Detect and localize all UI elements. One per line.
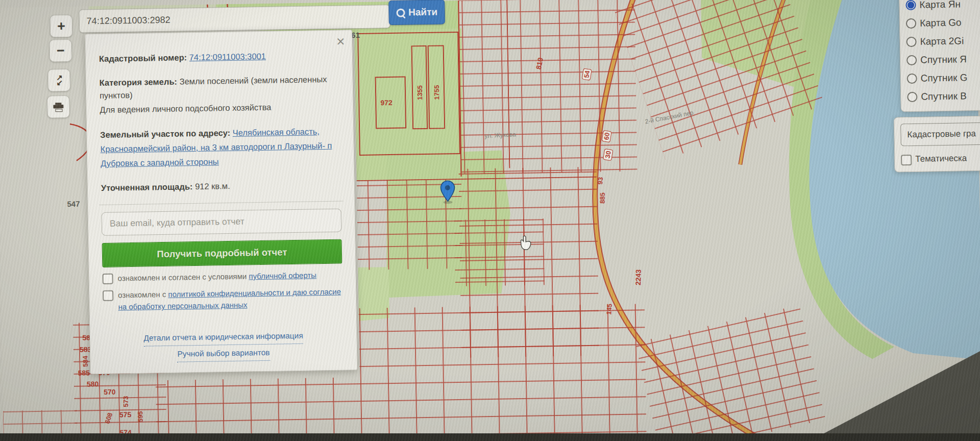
map-parcel-label: 547 xyxy=(67,200,80,208)
cadastral-number-link[interactable]: 74:12:0911003:3001 xyxy=(189,52,266,62)
privacy-agreement-row: ознакомлен с политикой конфиденциальност… xyxy=(103,286,343,313)
layer-option-5[interactable]: Спутник G xyxy=(906,68,980,88)
layer-option-4[interactable]: Спутник Я xyxy=(906,50,980,70)
area-label: Уточненная площадь: xyxy=(101,182,193,192)
map-parcel-label: 972 xyxy=(380,99,393,107)
area-value: 912 кв.м. xyxy=(195,181,230,191)
print-button[interactable] xyxy=(47,95,70,118)
search-button[interactable]: Найти xyxy=(388,0,445,25)
land-category-label: Категория земель: xyxy=(100,77,178,87)
radio-icon[interactable] xyxy=(907,74,917,84)
map-parcel-label: 60 xyxy=(601,130,611,142)
radio-icon[interactable] xyxy=(906,55,917,65)
map-parcel-label: 2243 xyxy=(634,270,643,285)
manual-select-link[interactable]: Ручной выбор вариантов xyxy=(177,344,270,362)
map-parcel-label: 580 xyxy=(87,380,99,388)
mouse-cursor xyxy=(519,235,532,251)
map-parcel-label: 30 xyxy=(603,148,613,161)
thematic-map-checkbox-row[interactable]: Тематическа xyxy=(901,152,980,166)
monitor-bezel xyxy=(0,433,980,441)
popup-footer-links: Детали отчета и юридическая информация Р… xyxy=(103,327,344,363)
layer-option-1[interactable]: Карта Ян xyxy=(905,0,980,14)
layer-option-label: Карта Go xyxy=(920,17,962,29)
zoom-out-button[interactable]: − xyxy=(49,39,72,62)
search-icon xyxy=(396,8,405,17)
map-parcel-label: 1755 xyxy=(433,85,440,100)
thematic-checkbox-label: Тематическа xyxy=(915,153,967,164)
map-parcel-label: 573 xyxy=(122,396,130,407)
layer-option-label: Карта 2Gi xyxy=(920,35,964,47)
map-parcel-label: 145 xyxy=(605,303,614,315)
offer-agreement-text: ознакомлен и согласен с условиями публич… xyxy=(118,269,317,284)
layer-option-label: Спутник B xyxy=(921,90,967,102)
map-parcel-label: 819 xyxy=(534,57,545,70)
layer-option-label: Карта Ян xyxy=(919,0,961,11)
address-label: Земельный участок по адресу: xyxy=(100,128,230,139)
offer-checkbox[interactable] xyxy=(103,274,113,284)
fullscreen-button[interactable]: ↗↙ xyxy=(47,69,70,92)
cadastral-number-row: Кадастровый номер: 74:12:0911003:3001 xyxy=(99,49,339,65)
layer-option-6[interactable]: Спутник B xyxy=(907,87,980,107)
search-input[interactable] xyxy=(79,5,390,33)
zoom-in-button[interactable]: + xyxy=(50,15,73,38)
divider xyxy=(99,201,343,205)
map-parcel-label: 570 xyxy=(104,388,116,396)
privacy-agreement-text: ознакомлен с политикой конфиденциальност… xyxy=(118,286,343,313)
get-report-button[interactable]: Получить подробный отчет xyxy=(102,239,342,267)
map-street-labels: ул. Жукова2-й Спасский пер xyxy=(0,0,976,8)
radio-icon[interactable] xyxy=(906,18,916,29)
map-parcel-label: 584 xyxy=(81,356,89,367)
map-parcel-label: 61 xyxy=(351,31,360,39)
offer-agreement-row: ознакомлен и согласен с условиями публич… xyxy=(103,268,342,284)
map-parcel-labels: 6197213551755819546030938852243145547582… xyxy=(0,0,976,8)
map-tools-panel: Кадастровые гра Тематическа xyxy=(894,116,980,173)
map-parcel-label: 575 xyxy=(119,410,132,419)
thematic-checkbox[interactable] xyxy=(901,155,912,165)
map-parcel-label: 54 xyxy=(582,68,592,81)
cadastral-number-label: Кадастровый номер: xyxy=(99,53,187,63)
map-parcel-label: 885 xyxy=(598,192,606,204)
search-button-label: Найти xyxy=(408,7,437,18)
close-icon[interactable]: × xyxy=(336,34,345,48)
privacy-checkbox[interactable] xyxy=(103,290,113,301)
layer-option-2[interactable]: Карта Go xyxy=(906,13,980,33)
radio-icon[interactable] xyxy=(906,37,916,47)
radio-icon[interactable] xyxy=(907,92,917,102)
fullscreen-arrows-icon: ↗↙ xyxy=(56,75,62,85)
address-row: Земельный участок по адресу: Челябинская… xyxy=(100,124,340,171)
layer-option-label: Спутник G xyxy=(921,72,968,84)
land-use-row: Для ведения личного подсобного хозяйства xyxy=(100,100,339,116)
map-parcel-label: 1355 xyxy=(416,85,424,100)
map-parcel-label: 93 xyxy=(596,177,604,185)
offer-link[interactable]: публичной оферты xyxy=(249,271,316,280)
street-label: ул. Жукова xyxy=(484,131,516,139)
cadastral-borders-button[interactable]: Кадастровые гра xyxy=(900,122,980,146)
printer-icon xyxy=(53,103,63,111)
screen-content: 6197213551755819546030938852243145547582… xyxy=(0,0,980,441)
report-details-link[interactable]: Детали отчета и юридическая информация xyxy=(143,327,303,346)
map-parcel-label: 585 xyxy=(78,369,90,377)
radio-selected-icon[interactable] xyxy=(905,0,916,10)
email-input[interactable] xyxy=(102,208,342,235)
area-row: Уточненная площадь: 912 кв.м. xyxy=(101,178,341,194)
map-layers-panel: Карта ЯнКарта GoКарта 2GiСпутник ЯСпутни… xyxy=(899,0,980,112)
street-label: 2-й Спасский пер xyxy=(644,109,694,125)
map-parcel-label: 595 xyxy=(136,411,144,422)
land-category-row: Категория земель: Земли поселений (земли… xyxy=(99,72,339,102)
layer-option-3[interactable]: Карта 2Gi xyxy=(906,32,980,52)
map-parcel-label: 608 xyxy=(103,412,114,425)
parcel-info-popup: × Кадастровый номер: 74:12:0911003:3001 … xyxy=(85,30,357,374)
layer-option-label: Спутник Я xyxy=(920,54,967,65)
map-pin-marker[interactable] xyxy=(439,180,456,204)
